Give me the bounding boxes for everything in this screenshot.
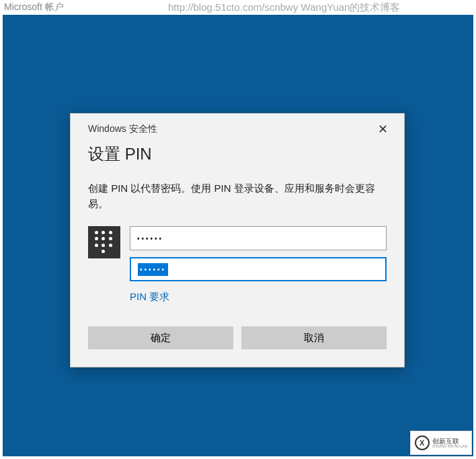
pin-confirm-value: •••••• (138, 263, 168, 276)
ok-button[interactable]: 确定 (88, 326, 233, 349)
cancel-button[interactable]: 取消 (241, 326, 387, 349)
watermark-text-2: CHUANG XIN HU LIAN (432, 445, 468, 449)
confirm-pin-input[interactable]: •••••• (130, 257, 387, 281)
pin-input-row: •••••• •••••• (71, 211, 404, 281)
new-pin-input[interactable]: •••••• (130, 226, 387, 250)
dialog-header: Windows 安全性 ✕ (71, 114, 404, 138)
watermark-url: http://blog.51cto.com/scnbwy WangYuan的技术… (168, 1, 400, 14)
pin-requirements-link[interactable]: PIN 要求 (71, 281, 404, 304)
window-title: Microsoft 帐户 (4, 1, 64, 13)
watermark-logo: X 创新互联 CHUANG XIN HU LIAN (410, 431, 472, 455)
button-row: 确定 取消 (71, 304, 404, 349)
dialog-description: 创建 PIN 以代替密码。使用 PIN 登录设备、应用和服务时会更容易。 (71, 165, 404, 211)
keypad-icon (88, 226, 120, 258)
pin-value: •••••• (137, 235, 163, 242)
pin-setup-dialog: Windows 安全性 ✕ 设置 PIN 创建 PIN 以代替密码。使用 PIN… (70, 113, 405, 367)
top-bar: Microsoft 帐户 http://blog.51cto.com/scnbw… (0, 0, 476, 15)
close-icon[interactable]: ✕ (372, 120, 393, 138)
dialog-title: 设置 PIN (71, 138, 404, 165)
inputs-column: •••••• •••••• (130, 226, 387, 281)
security-label: Windows 安全性 (88, 123, 157, 135)
watermark-icon: X (415, 435, 430, 450)
